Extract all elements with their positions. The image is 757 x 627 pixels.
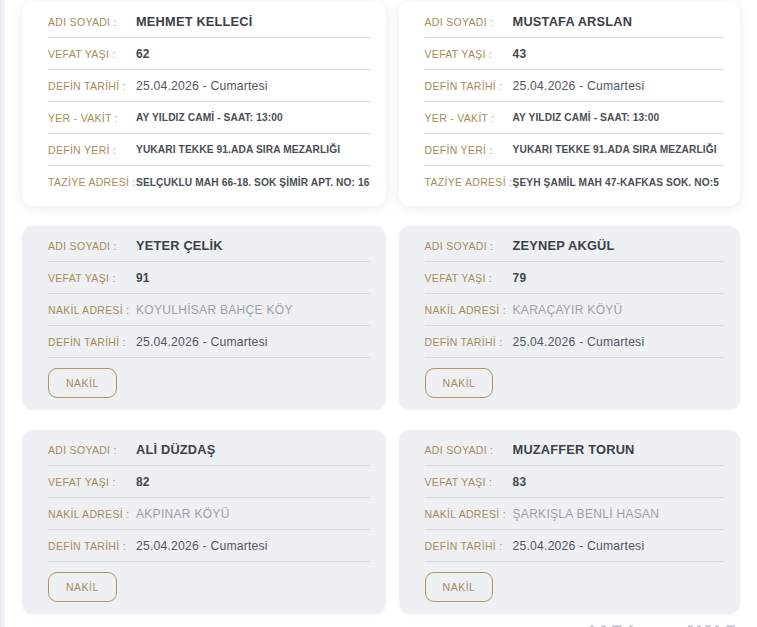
field-value: 43 <box>513 47 527 61</box>
card-row: DEFİN TARİHİ :25.04.2026 - Cumartesi <box>425 326 724 358</box>
field-value: ŞARKIŞLA BENLİ HASAN <box>513 507 660 521</box>
card-row: VEFAT YAŞI :91 <box>48 262 370 294</box>
funeral-card: ADI SOYADI :MUZAFFER TORUNVEFAT YAŞI :83… <box>399 430 740 614</box>
card-row: YER - VAKİT :AY YILDIZ CAMİ - SAAT: 13:0… <box>425 102 724 134</box>
field-value: 91 <box>136 271 150 285</box>
field-value: 62 <box>136 47 150 61</box>
field-value: ALİ DÜZDAŞ <box>136 442 216 457</box>
field-value: YUKARI TEKKE 91.ADA SIRA MEZARLIĞI <box>136 144 340 155</box>
button-row: NAKİL <box>425 358 724 402</box>
field-label: DEFİN TARİHİ : <box>425 540 513 552</box>
card-row: DEFİN TARİHİ :25.04.2026 - Cumartesi <box>48 530 370 562</box>
card-row: ADI SOYADI :MEHMET KELLECİ <box>48 6 370 38</box>
field-label: ADI SOYADI : <box>425 240 513 252</box>
field-value: YUKARI TEKKE 91.ADA SIRA MEZARLIĞI <box>513 144 717 155</box>
field-label: VEFAT YAŞI : <box>425 476 513 488</box>
nakil-button[interactable]: NAKİL <box>425 572 494 602</box>
card-row: DEFİN TARİHİ :25.04.2026 - Cumartesi <box>48 70 370 102</box>
card-row: TAZİYE ADRESİ :ŞEYH ŞAMİL MAH 47-KAFKAS … <box>425 166 724 198</box>
field-label: TAZİYE ADRESİ : <box>48 176 136 188</box>
card-row: NAKİL ADRESİ :ŞARKIŞLA BENLİ HASAN <box>425 498 724 530</box>
card-row: DEFİN TARİHİ :25.04.2026 - Cumartesi <box>425 70 724 102</box>
funeral-card: ADI SOYADI :YETER ÇELİKVEFAT YAŞI :91NAK… <box>22 226 386 410</box>
card-row: DEFİN TARİHİ :25.04.2026 - Cumartesi <box>48 326 370 358</box>
field-label: DEFİN YERİ : <box>48 144 136 156</box>
field-label: ADI SOYADI : <box>425 16 513 28</box>
field-label: VEFAT YAŞI : <box>425 48 513 60</box>
card-row: TAZİYE ADRESİ :SELÇUKLU MAH 66-18. SOK Ş… <box>48 166 370 198</box>
field-value: 82 <box>136 475 150 489</box>
card-row: DEFİN TARİHİ :25.04.2026 - Cumartesi <box>425 530 724 562</box>
button-row: NAKİL <box>48 358 370 402</box>
funeral-announcements-page: ADI SOYADI :MEHMET KELLECİVEFAT YAŞI :62… <box>0 0 757 627</box>
field-value: 25.04.2026 - Cumartesi <box>136 79 268 93</box>
card-row: ADI SOYADI :MUSTAFA ARSLAN <box>425 6 724 38</box>
field-value: 25.04.2026 - Cumartesi <box>136 539 268 553</box>
card-row: ADI SOYADI :ALİ DÜZDAŞ <box>48 434 370 466</box>
field-label: NAKİL ADRESİ : <box>48 304 136 316</box>
field-value: YETER ÇELİK <box>136 238 223 253</box>
card-row: VEFAT YAŞI :79 <box>425 262 724 294</box>
card-row: NAKİL ADRESİ :AKPINAR KÖYÜ <box>48 498 370 530</box>
field-value: KOYULHİSAR BAHÇE KÖY <box>136 303 293 317</box>
button-row: NAKİL <box>425 562 724 606</box>
field-value: ZEYNEP AKGÜL <box>513 238 615 253</box>
card-row: NAKİL ADRESİ :KARAÇAYIR KÖYÜ <box>425 294 724 326</box>
field-label: NAKİL ADRESİ : <box>48 508 136 520</box>
page-left-edge-strip <box>0 0 5 627</box>
field-label: VEFAT YAŞI : <box>48 476 136 488</box>
button-row: NAKİL <box>48 562 370 606</box>
field-value: 25.04.2026 - Cumartesi <box>513 79 645 93</box>
field-label: DEFİN TARİHİ : <box>48 80 136 92</box>
field-label: ADI SOYADI : <box>425 444 513 456</box>
card-row: ADI SOYADI :ZEYNEP AKGÜL <box>425 230 724 262</box>
card-row: ADI SOYADI :MUZAFFER TORUN <box>425 434 724 466</box>
card-row: VEFAT YAŞI :43 <box>425 38 724 70</box>
field-label: DEFİN TARİHİ : <box>425 80 513 92</box>
field-label: VEFAT YAŞI : <box>425 272 513 284</box>
field-label: NAKİL ADRESİ : <box>425 304 513 316</box>
announcements-grid: ADI SOYADI :MEHMET KELLECİVEFAT YAŞI :62… <box>22 2 740 614</box>
nakil-button[interactable]: NAKİL <box>425 368 494 398</box>
field-value: ŞEYH ŞAMİL MAH 47-KAFKAS SOK. NO:5 <box>513 177 719 188</box>
field-label: ADI SOYADI : <box>48 240 136 252</box>
field-label: DEFİN TARİHİ : <box>48 336 136 348</box>
card-row: DEFİN YERİ :YUKARI TEKKE 91.ADA SIRA MEZ… <box>48 134 370 166</box>
nakil-button[interactable]: NAKİL <box>48 368 117 398</box>
field-label: YER - VAKİT : <box>425 112 513 124</box>
field-value: AY YILDIZ CAMİ - SAAT: 13:00 <box>513 112 660 123</box>
field-label: ADI SOYADI : <box>48 444 136 456</box>
card-row: VEFAT YAŞI :83 <box>425 466 724 498</box>
field-value: SELÇUKLU MAH 66-18. SOK ŞİMİR APT. NO: 1… <box>136 177 370 188</box>
field-value: 83 <box>513 475 527 489</box>
card-row: VEFAT YAŞI :62 <box>48 38 370 70</box>
funeral-card: ADI SOYADI :ZEYNEP AKGÜLVEFAT YAŞI :79NA… <box>399 226 740 410</box>
field-value: 79 <box>513 271 527 285</box>
field-value: MUSTAFA ARSLAN <box>513 14 633 29</box>
card-row: NAKİL ADRESİ :KOYULHİSAR BAHÇE KÖY <box>48 294 370 326</box>
funeral-card: ADI SOYADI :ALİ DÜZDAŞVEFAT YAŞI :82NAKİ… <box>22 430 386 614</box>
field-label: VEFAT YAŞI : <box>48 272 136 284</box>
card-row: DEFİN YERİ :YUKARI TEKKE 91.ADA SIRA MEZ… <box>425 134 724 166</box>
field-label: TAZİYE ADRESİ : <box>425 176 513 188</box>
funeral-card: ADI SOYADI :MUSTAFA ARSLANVEFAT YAŞI :43… <box>399 2 740 206</box>
field-label: VEFAT YAŞI : <box>48 48 136 60</box>
field-label: DEFİN TARİHİ : <box>425 336 513 348</box>
field-label: ADI SOYADI : <box>48 16 136 28</box>
card-row: VEFAT YAŞI :82 <box>48 466 370 498</box>
card-row: ADI SOYADI :YETER ÇELİK <box>48 230 370 262</box>
field-value: KARAÇAYIR KÖYÜ <box>513 303 623 317</box>
field-value: 25.04.2026 - Cumartesi <box>513 335 645 349</box>
field-label: DEFİN YERİ : <box>425 144 513 156</box>
field-value: AY YILDIZ CAMİ - SAAT: 13:00 <box>136 112 283 123</box>
field-value: AKPINAR KÖYÜ <box>136 507 230 521</box>
field-value: MUZAFFER TORUN <box>513 442 635 457</box>
field-value: 25.04.2026 - Cumartesi <box>136 335 268 349</box>
nakil-button[interactable]: NAKİL <box>48 572 117 602</box>
field-value: MEHMET KELLECİ <box>136 14 253 29</box>
card-row: YER - VAKİT :AY YILDIZ CAMİ - SAAT: 13:0… <box>48 102 370 134</box>
funeral-card: ADI SOYADI :MEHMET KELLECİVEFAT YAŞI :62… <box>22 2 386 206</box>
field-label: DEFİN TARİHİ : <box>48 540 136 552</box>
field-label: YER - VAKİT : <box>48 112 136 124</box>
field-label: NAKİL ADRESİ : <box>425 508 513 520</box>
